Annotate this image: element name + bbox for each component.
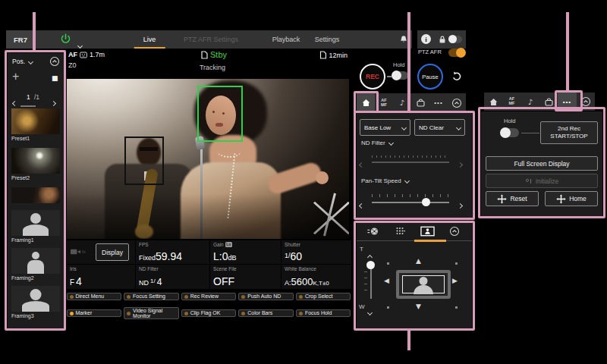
full-screen-display-button[interactable]: Full Screen Display: [486, 156, 598, 171]
pan-tilt-speed-header[interactable]: Pan-Tilt Speed: [361, 177, 409, 184]
tab-focus-icon[interactable]: AFMF: [375, 93, 393, 112]
tab-main-icon[interactable]: [357, 93, 375, 112]
assign-crop-select[interactable]: Crop Select: [296, 293, 351, 300]
wide-label: W: [359, 303, 365, 310]
page-prev-icon[interactable]: [13, 95, 17, 108]
tab-main-icon[interactable]: [484, 93, 502, 111]
initialize-button[interactable]: Initialize: [486, 174, 598, 188]
status-cell-nd[interactable]: ND Filter ND1/4: [136, 265, 209, 289]
tab-media-icon[interactable]: [411, 93, 429, 112]
tab-others-icon[interactable]: •••: [558, 93, 576, 111]
zoom-slider-track[interactable]: [370, 265, 372, 299]
preset-thumbnail[interactable]: [11, 248, 60, 274]
grid-pad-tab-icon[interactable]: [395, 226, 405, 236]
preset-label: Framing1: [11, 237, 34, 243]
status-cell-scene[interactable]: Scene File OFF: [210, 265, 281, 289]
second-rec-button[interactable]: 2nd Rec START/STOP: [540, 121, 598, 144]
tab-live[interactable]: Live: [143, 30, 156, 49]
preset-thumbnail[interactable]: [11, 187, 60, 203]
tele-label: T: [360, 246, 363, 253]
initialize-icon: [525, 177, 533, 185]
assign-video-signal-monitor[interactable]: Video Signal Monitor: [124, 307, 179, 320]
nd-slider-track: [372, 162, 449, 163]
lock-toggle[interactable]: [449, 36, 462, 43]
face-detect-box[interactable]: [124, 136, 164, 185]
brand-label: FR7: [6, 36, 35, 44]
speed-slider-thumb[interactable]: [422, 198, 430, 206]
ptz-afr-label: PTZ AFR: [418, 49, 442, 55]
stop-icon[interactable]: ■: [52, 74, 58, 82]
status-cell-fps[interactable]: FPS Fixed 59.94: [136, 240, 209, 264]
collapse-panel-icon[interactable]: [577, 93, 595, 111]
preset-type-select[interactable]: Pos.: [12, 58, 33, 65]
tab-others-icon[interactable]: •••: [429, 93, 448, 112]
nd-slider-left-icon: [360, 156, 363, 170]
collapse-ptz-panel-icon[interactable]: [449, 226, 460, 237]
nd-filter-section-header[interactable]: ND Filter: [361, 140, 393, 146]
joystick-tab-icon[interactable]: [366, 226, 379, 237]
framing-person-head: [420, 277, 428, 285]
page-next-icon[interactable]: [52, 95, 55, 108]
corner-dot: [455, 306, 458, 309]
collapse-panel-icon[interactable]: [448, 93, 466, 112]
add-preset-icon[interactable]: +: [12, 70, 19, 83]
ptz-afr-toggle[interactable]: [448, 49, 465, 57]
tilt-up-icon[interactable]: ▲: [416, 258, 421, 265]
zoom-position: Z0: [68, 61, 77, 69]
preset-thumbnail[interactable]: [11, 148, 60, 174]
tilt-down-icon[interactable]: ▼: [416, 303, 421, 310]
preset-thumbnail[interactable]: [11, 108, 60, 134]
speed-slider-track[interactable]: [372, 202, 449, 203]
tracking-box[interactable]: [197, 86, 243, 142]
status-cell-iris[interactable]: Iris F4: [67, 265, 135, 289]
pt-home-button[interactable]: Home: [545, 191, 598, 206]
assign-focus-setting[interactable]: Focus Setting: [124, 293, 179, 300]
assign-color-bars[interactable]: Color Bars: [238, 309, 294, 316]
rec-hold-toggle[interactable]: [392, 71, 408, 80]
info-icon[interactable]: i: [421, 34, 431, 44]
preset-label: Preset1: [11, 136, 30, 141]
tab-media-icon[interactable]: [539, 93, 558, 111]
focus-mode-label: AF: [68, 51, 77, 58]
restart-tracking-icon[interactable]: [451, 71, 463, 83]
tab-focus-icon[interactable]: AFMF: [502, 93, 521, 111]
assign-direct-menu[interactable]: Direct Menu: [67, 293, 122, 300]
pan-left-icon[interactable]: ◀: [384, 278, 389, 284]
assign-clip-flag-ok[interactable]: Clip Flag OK: [181, 309, 237, 316]
preset-thumbnail[interactable]: [11, 210, 60, 236]
pt-reset-button[interactable]: Reset: [486, 191, 539, 206]
media-remaining: 12min: [319, 51, 348, 59]
assign-push-auto-nd[interactable]: Push Auto ND: [238, 293, 294, 300]
zoom-wide-icon[interactable]: [368, 304, 372, 318]
tab-ptz-afr-settings[interactable]: PTZ AFR Settings: [184, 30, 238, 49]
base-sensitivity-select[interactable]: Base Low: [360, 119, 410, 136]
rec-button[interactable]: REC: [360, 64, 385, 89]
assign-focus-hold[interactable]: Focus Hold: [296, 309, 351, 316]
power-menu-chevron-icon[interactable]: [78, 37, 82, 51]
rec2-hold-toggle[interactable]: [501, 128, 519, 137]
nd-preset-select[interactable]: ND Clear: [414, 119, 465, 136]
tab-settings[interactable]: Settings: [315, 30, 340, 49]
preset-thumbnail[interactable]: [11, 286, 60, 312]
status-cell-wb[interactable]: White Balance A:5600K,T±0: [281, 265, 351, 289]
assign-marker[interactable]: Marker: [67, 309, 122, 316]
shooting-panel: Base Low ND Clear ND Filter Pan-Tilt Spe…: [357, 112, 472, 219]
framing-person-body: [414, 285, 433, 294]
pan-right-icon[interactable]: ▶: [452, 278, 458, 284]
pause-button[interactable]: Pause: [417, 64, 443, 89]
assign-rec-review[interactable]: Rec Review: [181, 293, 237, 300]
speed-slider-left-icon[interactable]: [360, 197, 363, 211]
zoom-slider-thumb[interactable]: [366, 261, 375, 269]
status-cell-shutter[interactable]: Shutter 1/60: [281, 240, 351, 264]
power-icon[interactable]: [60, 33, 71, 45]
speed-slider-right-icon[interactable]: [458, 197, 462, 211]
framing-tab-icon[interactable]: [420, 226, 435, 237]
framing-preview[interactable]: [396, 270, 451, 299]
tab-playback[interactable]: Playback: [272, 30, 300, 49]
live-video[interactable]: [67, 79, 349, 239]
tab-audio-icon[interactable]: ♪: [521, 93, 539, 111]
status-cell-gain[interactable]: GainLo L:0dB: [210, 240, 281, 264]
collapse-sidebar-icon[interactable]: [49, 56, 60, 67]
picture-fx-icon: fx: [70, 247, 86, 256]
display-button[interactable]: Display: [96, 243, 129, 261]
